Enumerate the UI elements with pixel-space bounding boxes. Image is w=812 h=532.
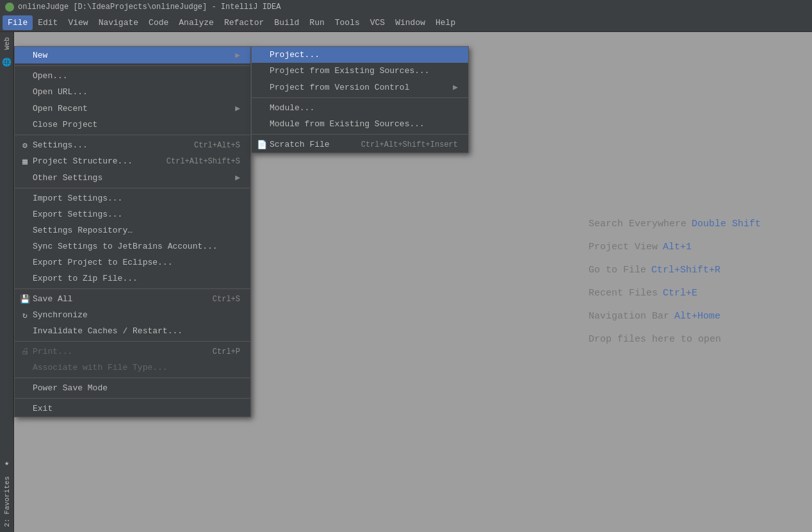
file-menu-dropdown: New ▶ Open... Open URL... Open Recent ▶ … <box>14 46 251 417</box>
window-title: onlineJudge [D:\IdeaProjects\onlineJudge… <box>18 3 280 12</box>
shortcut-search: Search Everywhere Double Shift <box>589 213 761 236</box>
new-submenu-project-vcs[interactable]: Project from Version Control ▶ <box>252 79 468 96</box>
new-submenu-scratch-file[interactable]: 📄 Scratch File Ctrl+Alt+Shift+Insert <box>252 137 468 153</box>
menu-build[interactable]: Build <box>269 15 304 30</box>
favorites-star-icon[interactable]: ★ <box>2 458 12 469</box>
web-label[interactable]: Web <box>3 32 11 55</box>
save-icon: 💾 <box>20 294 30 304</box>
new-submenu-module-existing[interactable]: Module from Existing Sources... <box>252 116 468 132</box>
menu-item-power-save[interactable]: Power Save Mode <box>15 380 250 396</box>
scratch-file-icon: 📄 <box>257 140 267 150</box>
other-settings-arrow-icon: ▶ <box>235 172 240 183</box>
separator-1 <box>15 135 250 135</box>
menu-view[interactable]: View <box>63 15 93 30</box>
menu-item-export-eclipse[interactable]: Export Project to Eclipse... <box>15 254 250 270</box>
menu-refactor[interactable]: Refactor <box>219 15 269 30</box>
app-icon <box>5 3 14 12</box>
favorites-label[interactable]: 2: Favorites <box>3 471 11 532</box>
shortcut-nav-bar-text: Navigation Bar <box>589 305 669 328</box>
menu-help[interactable]: Help <box>430 15 460 30</box>
menu-item-export-zip[interactable]: Export to Zip File... <box>15 270 250 287</box>
menu-analyze[interactable]: Analyze <box>174 15 219 30</box>
menu-item-save-all[interactable]: 💾 Save All Ctrl+S <box>15 291 250 307</box>
menu-code[interactable]: Code <box>143 15 174 30</box>
separator-2 <box>15 188 250 188</box>
sync-icon: ↻ <box>20 310 30 320</box>
new-arrow-icon: ▶ <box>235 50 240 60</box>
menu-item-print: 🖨 Print... Ctrl+P <box>15 344 250 360</box>
menu-item-settings[interactable]: ⚙ Settings... Ctrl+Alt+S <box>15 137 250 153</box>
menu-item-sync-settings[interactable]: Sync Settings to JetBrains Account... <box>15 238 250 254</box>
globe-icon[interactable]: 🌐 <box>2 58 12 68</box>
settings-icon: ⚙ <box>20 140 30 151</box>
menu-item-open-url[interactable]: Open URL... <box>15 84 250 100</box>
menu-file[interactable]: File <box>3 15 33 30</box>
shortcut-search-key: Double Shift <box>692 213 761 236</box>
menu-item-invalidate-caches[interactable]: Invalidate Caches / Restart... <box>15 323 250 339</box>
menu-item-associate-file-type: Associate with File Type... <box>15 360 250 376</box>
shortcuts-panel: Search Everywhere Double Shift Project V… <box>589 213 761 351</box>
print-icon: 🖨 <box>20 347 30 357</box>
menu-item-import-settings[interactable]: Import Settings... <box>15 190 250 206</box>
separator-6 <box>15 398 250 399</box>
separator-4 <box>15 341 250 342</box>
shortcut-recent-files-text: Recent Files <box>589 282 658 305</box>
menu-item-open-recent[interactable]: Open Recent ▶ <box>15 100 250 117</box>
menu-navigate[interactable]: Navigate <box>93 15 143 30</box>
settings-shortcut: Ctrl+Alt+S <box>194 141 240 150</box>
new-submenu: Project... Project from Existing Sources… <box>251 46 469 153</box>
shortcut-project-view-key: Alt+1 <box>663 236 692 259</box>
menu-item-new[interactable]: New ▶ <box>15 47 250 63</box>
shortcut-recent-files: Recent Files Ctrl+E <box>589 282 761 305</box>
print-shortcut: Ctrl+P <box>213 347 240 356</box>
title-bar: onlineJudge [D:\IdeaProjects\onlineJudge… <box>0 0 812 14</box>
menu-item-settings-repo[interactable]: Settings Repository… <box>15 222 250 238</box>
separator-3 <box>15 288 250 289</box>
menu-vcs[interactable]: VCS <box>365 15 390 30</box>
content-area: Search Everywhere Double Shift Project V… <box>14 32 812 532</box>
menu-edit[interactable]: Edit <box>33 15 63 30</box>
shortcut-drop-files: Drop files here to open <box>589 328 761 351</box>
menu-item-close-project[interactable]: Close Project <box>15 117 250 133</box>
shortcut-project-view: Project View Alt+1 <box>589 236 761 259</box>
shortcut-goto-file-text: Go to File <box>589 259 646 282</box>
shortcut-search-text: Search Everywhere <box>589 213 686 236</box>
shortcut-nav-bar-key: Alt+Home <box>674 305 720 328</box>
shortcut-goto-file: Go to File Ctrl+Shift+R <box>589 259 761 282</box>
menu-item-synchronize[interactable]: ↻ Synchronize <box>15 307 250 323</box>
save-all-shortcut: Ctrl+S <box>213 295 240 304</box>
shortcut-drop-files-text: Drop files here to open <box>589 328 721 351</box>
menu-item-exit[interactable]: Exit <box>15 401 250 417</box>
project-structure-icon: ▦ <box>20 156 30 167</box>
new-sep-0 <box>252 97 468 98</box>
shortcut-recent-files-key: Ctrl+E <box>663 282 697 305</box>
project-vcs-arrow-icon: ▶ <box>453 82 458 92</box>
menu-window[interactable]: Window <box>390 15 430 30</box>
new-submenu-project[interactable]: Project... <box>252 47 468 63</box>
shortcut-nav-bar: Navigation Bar Alt+Home <box>589 305 761 328</box>
menu-item-open[interactable]: Open... <box>15 68 250 84</box>
new-submenu-module[interactable]: Module... <box>252 100 468 116</box>
new-submenu-project-existing[interactable]: Project from Existing Sources... <box>252 63 468 79</box>
menu-item-other-settings[interactable]: Other Settings ▶ <box>15 169 250 186</box>
menu-bar: File Edit View Navigate Code Analyze Ref… <box>0 14 812 32</box>
left-side-panel: Web 🌐 ★ 2: Favorites <box>0 32 14 532</box>
scratch-file-shortcut: Ctrl+Alt+Shift+Insert <box>361 140 458 149</box>
shortcut-goto-file-key: Ctrl+Shift+R <box>651 259 720 282</box>
menu-run[interactable]: Run <box>304 15 329 30</box>
shortcut-project-view-text: Project View <box>589 236 658 259</box>
menu-item-project-structure[interactable]: ▦ Project Structure... Ctrl+Alt+Shift+S <box>15 153 250 169</box>
project-structure-shortcut: Ctrl+Alt+Shift+S <box>166 157 240 166</box>
separator-0 <box>15 65 250 66</box>
main-area: Web 🌐 ★ 2: Favorites Search Everywhere D… <box>0 32 812 532</box>
new-sep-1 <box>252 134 468 135</box>
separator-5 <box>15 378 250 378</box>
open-recent-arrow-icon: ▶ <box>235 103 240 113</box>
menu-tools[interactable]: Tools <box>330 15 365 30</box>
menu-item-export-settings[interactable]: Export Settings... <box>15 206 250 222</box>
